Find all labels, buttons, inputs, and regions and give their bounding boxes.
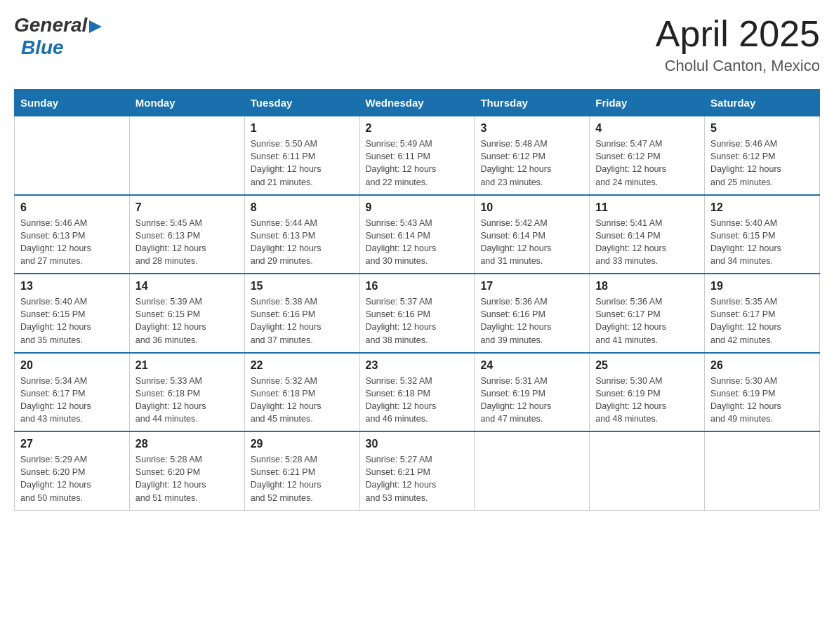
col-thursday: Thursday — [475, 90, 590, 116]
calendar-cell: 6Sunrise: 5:46 AM Sunset: 6:13 PM Daylig… — [15, 195, 130, 274]
day-info: Sunrise: 5:42 AM Sunset: 6:14 PM Dayligh… — [480, 217, 583, 268]
calendar-week-row: 1Sunrise: 5:50 AM Sunset: 6:11 PM Daylig… — [15, 116, 820, 195]
day-number: 14 — [135, 280, 239, 293]
day-info: Sunrise: 5:41 AM Sunset: 6:14 PM Dayligh… — [595, 217, 699, 268]
day-info: Sunrise: 5:40 AM Sunset: 6:15 PM Dayligh… — [710, 217, 814, 268]
calendar-cell: 9Sunrise: 5:43 AM Sunset: 6:14 PM Daylig… — [359, 195, 475, 274]
day-number: 28 — [135, 438, 239, 450]
calendar-cell: 10Sunrise: 5:42 AM Sunset: 6:14 PM Dayli… — [475, 195, 590, 274]
day-info: Sunrise: 5:46 AM Sunset: 6:12 PM Dayligh… — [710, 137, 814, 189]
day-number: 16 — [366, 280, 469, 293]
title-block: April 2025 Cholul Canton, Mexico — [656, 14, 820, 75]
calendar-cell: 11Sunrise: 5:41 AM Sunset: 6:14 PM Dayli… — [590, 195, 705, 274]
page-header: General Blue April 2025 Cholul Canton, M… — [14, 14, 820, 75]
day-number: 29 — [251, 438, 354, 450]
calendar-week-row: 6Sunrise: 5:46 AM Sunset: 6:13 PM Daylig… — [15, 195, 820, 274]
logo-blue: Blue — [21, 36, 64, 59]
calendar-cell: 3Sunrise: 5:48 AM Sunset: 6:12 PM Daylig… — [475, 116, 590, 195]
day-number: 10 — [480, 201, 583, 214]
calendar-cell: 13Sunrise: 5:40 AM Sunset: 6:15 PM Dayli… — [15, 274, 130, 353]
calendar-cell: 14Sunrise: 5:39 AM Sunset: 6:15 PM Dayli… — [129, 274, 244, 353]
calendar-cell: 1Sunrise: 5:50 AM Sunset: 6:11 PM Daylig… — [244, 116, 359, 195]
day-number: 8 — [251, 201, 354, 214]
calendar-week-row: 27Sunrise: 5:29 AM Sunset: 6:20 PM Dayli… — [15, 431, 820, 510]
calendar-cell: 30Sunrise: 5:27 AM Sunset: 6:21 PM Dayli… — [359, 431, 475, 510]
day-number: 18 — [595, 280, 699, 293]
day-number: 30 — [366, 438, 469, 450]
day-info: Sunrise: 5:44 AM Sunset: 6:13 PM Dayligh… — [251, 217, 354, 268]
day-info: Sunrise: 5:32 AM Sunset: 6:18 PM Dayligh… — [366, 375, 469, 426]
day-number: 13 — [20, 280, 124, 293]
day-number: 24 — [480, 359, 583, 372]
day-info: Sunrise: 5:32 AM Sunset: 6:18 PM Dayligh… — [251, 375, 354, 426]
calendar-header-row: Sunday Monday Tuesday Wednesday Thursday… — [15, 90, 820, 116]
logo-arrow-icon — [89, 20, 102, 33]
calendar-cell: 21Sunrise: 5:33 AM Sunset: 6:18 PM Dayli… — [129, 353, 244, 432]
calendar-cell: 26Sunrise: 5:30 AM Sunset: 6:19 PM Dayli… — [705, 353, 820, 432]
day-info: Sunrise: 5:46 AM Sunset: 6:13 PM Dayligh… — [20, 217, 124, 268]
day-number: 2 — [366, 122, 469, 135]
day-info: Sunrise: 5:27 AM Sunset: 6:21 PM Dayligh… — [366, 453, 469, 504]
calendar-cell — [129, 116, 244, 195]
day-number: 6 — [20, 201, 124, 214]
day-number: 1 — [251, 122, 354, 135]
day-info: Sunrise: 5:30 AM Sunset: 6:19 PM Dayligh… — [595, 375, 699, 426]
col-friday: Friday — [590, 90, 705, 116]
day-info: Sunrise: 5:45 AM Sunset: 6:13 PM Dayligh… — [135, 217, 239, 268]
day-info: Sunrise: 5:33 AM Sunset: 6:18 PM Dayligh… — [135, 375, 239, 426]
day-info: Sunrise: 5:38 AM Sunset: 6:16 PM Dayligh… — [251, 295, 354, 347]
col-saturday: Saturday — [705, 90, 820, 116]
day-number: 17 — [480, 280, 583, 293]
day-number: 4 — [595, 122, 699, 135]
col-monday: Monday — [129, 90, 244, 116]
col-sunday: Sunday — [15, 90, 130, 116]
calendar-cell: 19Sunrise: 5:35 AM Sunset: 6:17 PM Dayli… — [705, 274, 820, 353]
day-info: Sunrise: 5:34 AM Sunset: 6:17 PM Dayligh… — [20, 375, 124, 426]
calendar-cell: 5Sunrise: 5:46 AM Sunset: 6:12 PM Daylig… — [705, 116, 820, 195]
calendar-week-row: 13Sunrise: 5:40 AM Sunset: 6:15 PM Dayli… — [15, 274, 820, 353]
calendar-cell — [705, 431, 820, 510]
day-number: 9 — [366, 201, 469, 214]
day-number: 19 — [710, 280, 814, 293]
day-info: Sunrise: 5:43 AM Sunset: 6:14 PM Dayligh… — [366, 217, 469, 268]
svg-marker-0 — [89, 20, 102, 33]
calendar-cell — [590, 431, 705, 510]
calendar-cell: 29Sunrise: 5:28 AM Sunset: 6:21 PM Dayli… — [244, 431, 359, 510]
calendar-table: Sunday Monday Tuesday Wednesday Thursday… — [14, 89, 820, 511]
logo: General Blue — [14, 14, 102, 59]
calendar-week-row: 20Sunrise: 5:34 AM Sunset: 6:17 PM Dayli… — [15, 353, 820, 432]
calendar-cell: 22Sunrise: 5:32 AM Sunset: 6:18 PM Dayli… — [244, 353, 359, 432]
calendar-cell: 12Sunrise: 5:40 AM Sunset: 6:15 PM Dayli… — [705, 195, 820, 274]
calendar-cell: 23Sunrise: 5:32 AM Sunset: 6:18 PM Dayli… — [359, 353, 475, 432]
calendar-cell: 20Sunrise: 5:34 AM Sunset: 6:17 PM Dayli… — [15, 353, 130, 432]
logo-general: General — [14, 14, 87, 36]
calendar-cell: 16Sunrise: 5:37 AM Sunset: 6:16 PM Dayli… — [359, 274, 475, 353]
calendar-cell: 24Sunrise: 5:31 AM Sunset: 6:19 PM Dayli… — [475, 353, 590, 432]
calendar-cell: 18Sunrise: 5:36 AM Sunset: 6:17 PM Dayli… — [590, 274, 705, 353]
calendar-cell: 27Sunrise: 5:29 AM Sunset: 6:20 PM Dayli… — [15, 431, 130, 510]
day-info: Sunrise: 5:47 AM Sunset: 6:12 PM Dayligh… — [595, 137, 699, 189]
day-number: 20 — [20, 359, 124, 372]
day-number: 12 — [710, 201, 814, 214]
day-info: Sunrise: 5:29 AM Sunset: 6:20 PM Dayligh… — [20, 453, 124, 504]
day-info: Sunrise: 5:40 AM Sunset: 6:15 PM Dayligh… — [20, 295, 124, 347]
day-number: 21 — [135, 359, 239, 372]
calendar-cell: 8Sunrise: 5:44 AM Sunset: 6:13 PM Daylig… — [244, 195, 359, 274]
calendar-cell: 4Sunrise: 5:47 AM Sunset: 6:12 PM Daylig… — [590, 116, 705, 195]
day-info: Sunrise: 5:35 AM Sunset: 6:17 PM Dayligh… — [710, 295, 814, 347]
day-info: Sunrise: 5:37 AM Sunset: 6:16 PM Dayligh… — [366, 295, 469, 347]
day-number: 25 — [595, 359, 699, 372]
day-info: Sunrise: 5:30 AM Sunset: 6:19 PM Dayligh… — [710, 375, 814, 426]
day-number: 23 — [366, 359, 469, 372]
col-wednesday: Wednesday — [359, 90, 475, 116]
page-subtitle: Cholul Canton, Mexico — [656, 57, 820, 75]
calendar-cell: 15Sunrise: 5:38 AM Sunset: 6:16 PM Dayli… — [244, 274, 359, 353]
day-number: 15 — [251, 280, 354, 293]
col-tuesday: Tuesday — [244, 90, 359, 116]
calendar-cell: 25Sunrise: 5:30 AM Sunset: 6:19 PM Dayli… — [590, 353, 705, 432]
day-info: Sunrise: 5:31 AM Sunset: 6:19 PM Dayligh… — [480, 375, 583, 426]
calendar-cell: 2Sunrise: 5:49 AM Sunset: 6:11 PM Daylig… — [359, 116, 475, 195]
calendar-cell — [475, 431, 590, 510]
calendar-cell: 28Sunrise: 5:28 AM Sunset: 6:20 PM Dayli… — [129, 431, 244, 510]
day-info: Sunrise: 5:48 AM Sunset: 6:12 PM Dayligh… — [480, 137, 583, 189]
